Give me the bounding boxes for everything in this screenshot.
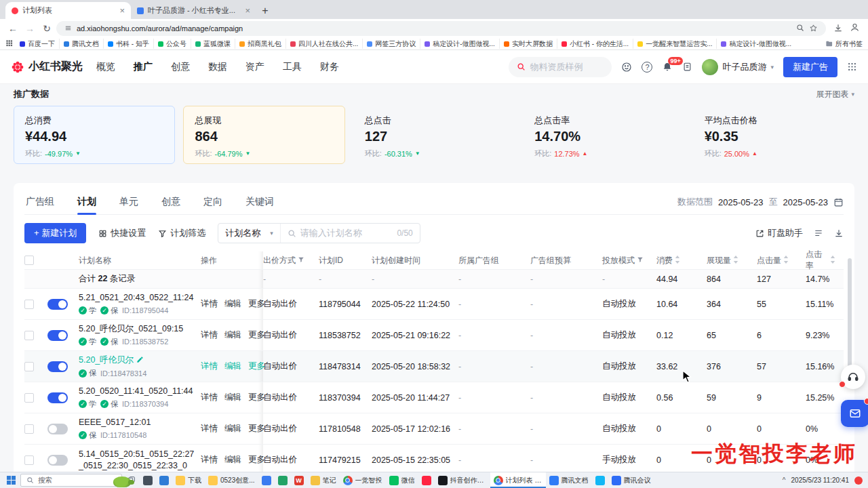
- filter-icon[interactable]: [298, 256, 304, 265]
- action-link[interactable]: 编辑: [224, 298, 241, 310]
- action-link[interactable]: 编辑: [224, 329, 241, 341]
- stat-card[interactable]: 平均点击价格¥0.35环比:25.00%▲: [693, 106, 854, 164]
- action-link[interactable]: 更多: [248, 361, 265, 372]
- taskbar-search[interactable]: 搜索: [20, 474, 122, 487]
- action-link[interactable]: 编辑: [224, 423, 241, 434]
- action-link[interactable]: 详情: [201, 454, 218, 466]
- bookmark-item[interactable]: 稿定设计-做图做视...: [420, 39, 499, 49]
- header-search-input[interactable]: 物料资质样例: [509, 57, 612, 77]
- all-bookmarks-button[interactable]: 所有书签: [825, 39, 863, 49]
- manage-tab[interactable]: 创意: [160, 190, 182, 214]
- refresh-icon[interactable]: ↻: [39, 23, 54, 34]
- taskbar-item[interactable]: 抖音创作者...: [435, 472, 490, 488]
- new-plan-button[interactable]: + 新建计划: [24, 223, 86, 243]
- plan-search-input[interactable]: 请输入计划名称 0/50: [281, 227, 420, 239]
- manage-tab[interactable]: 关键词: [244, 190, 275, 214]
- taskbar-clock[interactable]: 2025/5/23 11:20:41: [791, 476, 849, 484]
- action-link[interactable]: 更多: [248, 329, 265, 341]
- bookmark-item[interactable]: 网签三方协议: [362, 39, 420, 49]
- edit-name-icon[interactable]: [136, 355, 144, 366]
- nav-item[interactable]: 概览: [96, 61, 115, 73]
- bookmark-item[interactable]: 百度一下: [16, 39, 59, 49]
- row-toggle[interactable]: [47, 330, 68, 341]
- calendar-icon[interactable]: [833, 197, 844, 207]
- taskbar-item[interactable]: W: [291, 472, 307, 488]
- tray-chevron-icon[interactable]: ^: [783, 476, 786, 484]
- nav-item[interactable]: 工具: [283, 61, 302, 73]
- action-link[interactable]: 详情: [201, 392, 218, 403]
- row-checkbox[interactable]: [24, 300, 34, 309]
- filter-icon[interactable]: [637, 256, 644, 265]
- new-tab-button[interactable]: +: [256, 2, 274, 19]
- action-link[interactable]: 更多: [248, 423, 265, 434]
- site-info-icon[interactable]: [64, 24, 72, 33]
- taskbar-item[interactable]: 腾讯文档: [546, 472, 592, 488]
- profile-icon[interactable]: [850, 22, 860, 35]
- stat-card[interactable]: 总点击率14.70%环比:12.73%▲: [523, 106, 684, 164]
- bookmark-item[interactable]: 稿定设计-做图做视...: [716, 39, 795, 49]
- action-link[interactable]: 详情: [201, 329, 218, 341]
- address-bar[interactable]: ad.xiaohongshu.com/aurora/ad/manage/camp…: [56, 21, 826, 36]
- taskbar-item[interactable]: [258, 472, 275, 488]
- forward-icon[interactable]: →: [22, 23, 37, 34]
- nav-item[interactable]: 推广: [134, 61, 153, 73]
- taskbar-item[interactable]: 腾讯会议: [608, 472, 654, 488]
- action-link[interactable]: 详情: [201, 298, 218, 310]
- bookmark-item[interactable]: 蓝狐微课: [191, 39, 235, 49]
- tab-close-icon[interactable]: ×: [119, 6, 125, 15]
- lens-search-icon[interactable]: [796, 24, 804, 33]
- bookmark-star-icon[interactable]: [809, 24, 818, 34]
- taskbar-item[interactable]: [275, 472, 291, 488]
- row-toggle[interactable]: [47, 424, 68, 434]
- taskbar-item[interactable]: [418, 472, 435, 488]
- sort-icon[interactable]: [675, 256, 680, 266]
- bookmark-item[interactable]: 一觉醒来智慧运营实...: [633, 39, 716, 49]
- monitor-assistant-button[interactable]: 盯盘助手: [755, 227, 803, 239]
- app-logo[interactable]: 小红书聚光: [11, 60, 83, 74]
- action-link[interactable]: 更多: [248, 298, 265, 310]
- stat-card[interactable]: 总点击127环比:-60.31%▼: [353, 106, 515, 164]
- nav-item[interactable]: 数据: [208, 61, 227, 73]
- expand-chart-button[interactable]: 展开图表 ▾: [816, 89, 854, 100]
- nav-item[interactable]: 财务: [320, 61, 339, 73]
- downloads-icon[interactable]: [833, 23, 843, 35]
- date-range-picker[interactable]: 数据范围 2025-05-23 至 2025-05-23: [677, 196, 844, 208]
- report-icon[interactable]: [682, 62, 692, 72]
- browser-tab-inactive[interactable]: 叶子品质游 - 小红书专业... ×: [131, 2, 256, 19]
- account-menu[interactable]: 叶子品质游 ▾: [702, 59, 774, 75]
- notifications-bell-icon[interactable]: 99+: [662, 62, 673, 73]
- apps-menu-icon[interactable]: [847, 62, 857, 72]
- nav-item[interactable]: 资产: [245, 61, 264, 73]
- row-checkbox[interactable]: [24, 331, 34, 340]
- tray-notification-badge[interactable]: [854, 476, 863, 485]
- action-link[interactable]: 更多: [248, 392, 265, 403]
- taskbar-item[interactable]: 一觉智投: [340, 472, 386, 488]
- row-checkbox[interactable]: [24, 455, 34, 465]
- customer-service-button[interactable]: [841, 365, 865, 389]
- quick-settings-button[interactable]: 快捷设置: [98, 227, 146, 239]
- message-center-button[interactable]: [841, 400, 868, 427]
- row-checkbox[interactable]: [24, 362, 34, 371]
- tab-close-icon[interactable]: ×: [245, 6, 250, 15]
- apps-grid-icon[interactable]: [5, 39, 13, 48]
- stat-card[interactable]: 总消费¥44.94环比:-49.97%▼: [14, 106, 175, 164]
- action-link[interactable]: 编辑: [224, 392, 241, 403]
- row-toggle[interactable]: [47, 392, 68, 403]
- emoji-icon[interactable]: [621, 62, 632, 73]
- download-icon[interactable]: [834, 228, 844, 238]
- back-icon[interactable]: ←: [5, 23, 20, 34]
- row-toggle[interactable]: [47, 455, 68, 466]
- table-scrollbar[interactable]: [848, 258, 852, 380]
- action-link[interactable]: 详情: [201, 361, 218, 372]
- nav-item[interactable]: 创意: [171, 61, 190, 73]
- bookmark-item[interactable]: 实时大屏数据: [499, 39, 557, 49]
- sort-icon[interactable]: [830, 256, 835, 266]
- action-link[interactable]: 编辑: [224, 454, 241, 466]
- select-all-checkbox[interactable]: [24, 256, 34, 265]
- bookmark-item[interactable]: 招商黑礼包: [235, 39, 285, 49]
- action-link[interactable]: 更多: [248, 454, 265, 466]
- manage-tab[interactable]: 计划: [76, 190, 98, 214]
- row-toggle[interactable]: [47, 361, 68, 372]
- help-icon[interactable]: ?: [642, 62, 652, 73]
- start-button[interactable]: [1, 472, 20, 488]
